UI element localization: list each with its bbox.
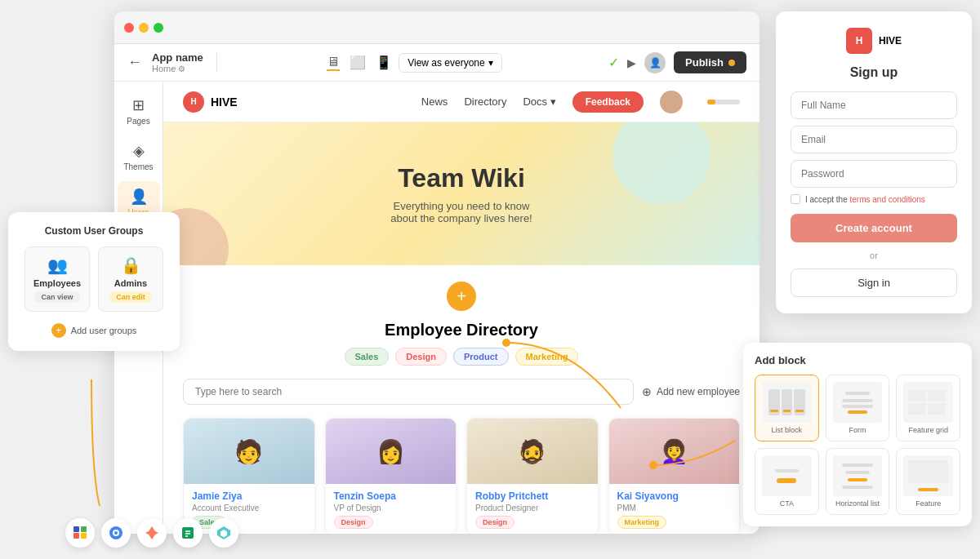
employee-photo-4: 👩‍🦱 xyxy=(609,419,740,484)
close-dot[interactable] xyxy=(124,23,134,33)
tablet-icon[interactable]: ⬜ xyxy=(350,55,366,70)
terms-checkbox[interactable] xyxy=(791,194,800,204)
nav-docs[interactable]: Docs ▾ xyxy=(523,95,555,108)
block-feature-grid[interactable]: Feature grid xyxy=(896,375,960,441)
browser-window: ← App name Home ⚙ 🖥 ⬜ 📱 View as everyone… xyxy=(114,11,760,534)
integration-icon-5[interactable] xyxy=(209,518,238,548)
integration-icon-1[interactable] xyxy=(65,518,95,548)
publish-dot xyxy=(728,60,735,66)
toolbar-center: 🖥 ⬜ 📱 View as everyone ▾ xyxy=(230,53,599,73)
employee-info-3: Robby Pritchett Product Designer Design xyxy=(467,484,598,534)
block-form-preview xyxy=(833,382,883,423)
group-name-employees: Employees xyxy=(33,278,81,288)
create-account-button[interactable]: Create account xyxy=(791,214,957,242)
nav-news[interactable]: News xyxy=(421,95,448,108)
block-list[interactable]: List block xyxy=(755,375,819,441)
block-horizontal-list[interactable]: Horizontal list xyxy=(826,448,890,515)
block-feature-grid-label: Feature grid xyxy=(903,426,953,434)
tag-product[interactable]: Product xyxy=(453,348,509,366)
scroll-thumb xyxy=(707,100,715,104)
group-icon-employees: 👥 xyxy=(33,255,81,275)
user-avatar[interactable]: 👤 xyxy=(644,52,666,73)
play-icon[interactable]: ▶ xyxy=(627,56,636,69)
device-icons: 🖥 ⬜ 📱 xyxy=(327,55,392,71)
full-name-input[interactable] xyxy=(791,91,957,119)
pages-icon: ⊞ xyxy=(132,96,145,114)
add-group-circle-icon: + xyxy=(51,323,66,338)
integrations-bar xyxy=(65,518,238,548)
group-card-employees: 👥 Employees Can view xyxy=(24,246,90,312)
nav-directory[interactable]: Directory xyxy=(464,95,506,108)
maximize-dot[interactable] xyxy=(154,23,163,33)
add-employee-button[interactable]: ⊕ Add new employee xyxy=(642,385,740,398)
terms-text: I accept the terms and conditions xyxy=(805,195,925,204)
search-input[interactable] xyxy=(183,379,634,405)
employee-card-2: 👩 Tenzin Soepa VP of Design Design xyxy=(325,418,457,534)
employee-info-2: Tenzin Soepa VP of Design Design xyxy=(326,484,457,534)
back-button[interactable]: ← xyxy=(127,54,142,71)
themes-icon: ◈ xyxy=(133,142,145,160)
terms-row: I accept the terms and conditions xyxy=(791,194,957,204)
integration-icon-3[interactable] xyxy=(137,518,167,548)
block-feature[interactable]: Feature xyxy=(896,448,960,515)
preview-nav-links: News Directory Docs ▾ Feedback xyxy=(421,91,740,113)
sign-in-button[interactable]: Sign in xyxy=(791,268,957,297)
svg-rect-1 xyxy=(81,533,87,539)
employee-card-1: 🧑 Jamie Ziya Account Executive Sales xyxy=(183,418,315,534)
minimize-dot[interactable] xyxy=(139,23,149,33)
search-row: ⊕ Add new employee xyxy=(183,379,740,405)
terms-link[interactable]: terms and conditions xyxy=(849,195,924,204)
app-name-label: App name xyxy=(152,51,203,64)
publish-button[interactable]: Publish xyxy=(674,51,746,73)
view-select[interactable]: View as everyone ▾ xyxy=(399,53,502,73)
signup-panel: H HIVE Sign up I accept the terms and co… xyxy=(776,11,972,313)
sidebar-item-pages[interactable]: ⊞ Pages xyxy=(118,90,160,132)
signup-title: Sign up xyxy=(791,65,957,80)
logo-text: HIVE xyxy=(211,95,238,109)
editor-toolbar: ← App name Home ⚙ 🖥 ⬜ 📱 View as everyone… xyxy=(114,44,760,82)
toolbar-right: ✓ ▶ 👤 Publish xyxy=(608,51,746,73)
block-feature-preview xyxy=(903,455,953,496)
tag-design[interactable]: Design xyxy=(395,348,447,366)
hero-title: Team Wiki xyxy=(183,163,740,193)
signup-logo: H xyxy=(846,28,872,54)
main-content: H HIVE News Directory Docs ▾ Feedback xyxy=(163,82,760,534)
add-block-circle-button[interactable]: + xyxy=(447,282,476,311)
preview-logo: H HIVE xyxy=(183,91,238,113)
employee-title-2: VP of Design xyxy=(334,504,448,512)
block-cta-label: CTA xyxy=(762,499,812,508)
or-text: or xyxy=(791,251,957,260)
block-form-label: Form xyxy=(833,426,883,434)
employee-tag-4: Marketing xyxy=(617,516,667,529)
desktop-icon[interactable]: 🖥 xyxy=(327,55,340,71)
block-form[interactable]: Form xyxy=(826,375,890,441)
mobile-icon[interactable]: 📱 xyxy=(376,55,392,70)
block-cta[interactable]: CTA xyxy=(755,448,819,515)
employee-title-3: Product Designer xyxy=(475,504,590,512)
svg-rect-2 xyxy=(74,526,79,532)
block-horizontal-list-label: Horizontal list xyxy=(833,499,883,508)
email-input[interactable] xyxy=(791,126,957,153)
block-feature-grid-preview xyxy=(903,382,953,423)
add-group-button[interactable]: + Add user groups xyxy=(21,323,167,338)
block-list-preview xyxy=(762,382,812,423)
add-block-title: Add block xyxy=(755,354,960,366)
block-horizontal-list-preview xyxy=(833,455,883,496)
svg-rect-7 xyxy=(182,527,194,539)
block-cta-preview xyxy=(762,455,812,496)
integration-icon-2[interactable] xyxy=(101,518,131,548)
sidebar-item-themes[interactable]: ◈ Themes xyxy=(118,135,160,178)
add-block-panel: Add block List block xyxy=(743,343,972,526)
password-input[interactable] xyxy=(791,160,957,188)
svg-rect-3 xyxy=(81,526,87,532)
signup-brand: HIVE xyxy=(879,35,902,47)
integration-icon-4[interactable] xyxy=(173,518,203,548)
tag-sales[interactable]: Sales xyxy=(345,348,390,366)
scroll-indicator xyxy=(707,100,740,104)
feedback-button[interactable]: Feedback xyxy=(572,91,644,113)
tag-marketing[interactable]: Marketing xyxy=(515,348,579,366)
group-badge-employees: Can view xyxy=(34,291,79,303)
website-preview: H HIVE News Directory Docs ▾ Feedback xyxy=(163,82,760,534)
user-groups-title: Custom User Groups xyxy=(21,225,167,237)
preview-nav: H HIVE News Directory Docs ▾ Feedback xyxy=(163,82,760,122)
